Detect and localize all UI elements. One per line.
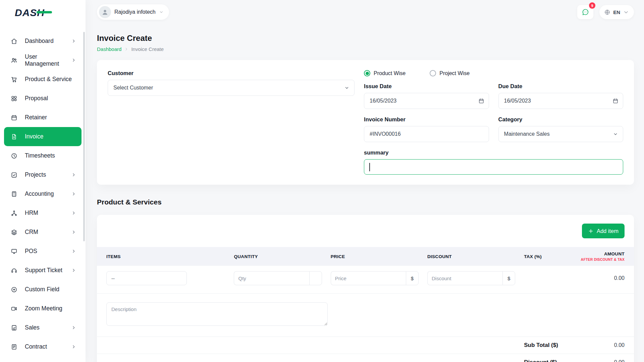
items-table-header: ITEMS QUANTITY PRICE DISCOUNT TAX (%) AM… <box>97 247 634 266</box>
sidebar: DASH Dashboard User Management Product &… <box>0 0 86 362</box>
subtotal-row: Sub Total ($) 0.00 <box>97 337 634 354</box>
company-selector[interactable]: Rajodiya infotech <box>97 4 169 20</box>
discount-total-row: Discount ($) 0.00 <box>97 354 634 362</box>
check-square-icon <box>11 172 17 178</box>
sidebar-item-label: Zoom Meeting <box>25 305 62 312</box>
sidebar-item-label: Dashboard <box>25 38 54 45</box>
radio-product-wise[interactable]: Product Wise <box>364 70 406 76</box>
sidebar-item-sales[interactable]: Sales <box>4 318 82 337</box>
chevron-right-icon <box>71 249 76 254</box>
chevron-right-icon <box>71 210 76 216</box>
subtotal-value: 0.00 <box>574 342 625 348</box>
discount-input[interactable] <box>427 271 502 285</box>
sidebar-item-label: Retainer <box>25 114 47 121</box>
invoice-number-input[interactable] <box>364 126 489 142</box>
customer-column: Customer Select Customer <box>108 70 355 175</box>
issue-date-input[interactable] <box>364 93 489 109</box>
sidebar-item-messenger[interactable]: Messenger <box>4 356 82 362</box>
sidebar-item-custom-field[interactable]: Custom Field <box>4 280 82 299</box>
file-invoice-icon <box>11 133 17 140</box>
quantity-group <box>234 271 322 285</box>
sidebar-item-user-management[interactable]: User Management <box>4 51 82 70</box>
issue-date-field: Issue Date <box>364 83 489 109</box>
brand-logo[interactable]: DASH <box>15 7 45 18</box>
breadcrumb-current: Invoice Create <box>131 46 164 52</box>
brand-logo-dash-accent <box>37 11 52 13</box>
hub-icon <box>11 210 17 217</box>
sidebar-item-dashboard[interactable]: Dashboard <box>4 32 82 51</box>
quantity-input[interactable] <box>234 271 309 285</box>
sidebar-item-crm[interactable]: CRM <box>4 223 82 242</box>
sidebar-item-accounting[interactable]: Accounting <box>4 184 82 203</box>
sidebar-item-label: Support Ticket <box>25 267 62 274</box>
layers-icon <box>11 229 17 236</box>
sidebar-item-support-ticket[interactable]: Support Ticket <box>4 261 82 280</box>
topbar-right: 9 EN <box>577 5 634 19</box>
description-input[interactable] <box>106 302 328 326</box>
headset-icon <box>11 267 17 274</box>
logo-row: DASH <box>0 0 86 25</box>
discount-currency-addon: $ <box>502 271 515 285</box>
cart-icon <box>11 76 17 83</box>
sidebar-item-pos[interactable]: POS <box>4 242 82 261</box>
notification-badge: 9 <box>589 2 595 9</box>
subtotal-label: Sub Total ($) <box>524 342 574 349</box>
sidebar-item-label: Contract <box>25 343 47 350</box>
add-item-button[interactable]: Add item <box>582 224 625 238</box>
sidebar-item-timesheets[interactable]: Timesheets <box>4 146 82 165</box>
customer-select[interactable]: Select Customer <box>108 80 355 96</box>
radio-project-wise[interactable]: Project Wise <box>430 70 470 76</box>
calendar-icon <box>478 98 484 104</box>
sidebar-item-label: CRM <box>25 229 38 236</box>
chevron-right-icon <box>71 58 76 63</box>
chevron-right-icon <box>71 191 76 196</box>
sidebar-item-zoom-meeting[interactable]: Zoom Meeting <box>4 299 82 318</box>
col-discount-header: DISCOUNT <box>427 254 524 259</box>
price-input[interactable] <box>331 271 406 285</box>
sidebar-item-proposal[interactable]: Proposal <box>4 89 82 108</box>
sidebar-scrollbar[interactable] <box>83 32 85 241</box>
radio-selected-icon <box>364 70 370 76</box>
invoice-details-column: Product Wise Project Wise Issue Date <box>364 70 623 175</box>
chevron-right-icon <box>71 344 76 349</box>
sidebar-item-label: User Management <box>25 53 64 67</box>
company-name: Rajodiya infotech <box>114 9 156 15</box>
sidebar-item-hrm[interactable]: HRM <box>4 203 82 223</box>
col-price-header: PRICE <box>331 254 427 259</box>
sidebar-item-invoice[interactable]: Invoice <box>4 127 82 146</box>
text-caret <box>369 163 370 171</box>
sidebar-item-product-service[interactable]: Product & Service <box>4 70 82 89</box>
price-group: $ <box>331 271 419 285</box>
language-code: EN <box>613 9 620 15</box>
chevron-right-icon <box>71 172 76 177</box>
users-icon <box>11 57 17 64</box>
sidebar-item-retainer[interactable]: Retainer <box>4 108 82 127</box>
sidebar-item-label: POS <box>25 248 37 255</box>
category-select[interactable]: Maintenance Sales <box>498 126 623 142</box>
sidebar-item-label: Accounting <box>25 190 54 197</box>
messages-button[interactable]: 9 <box>577 5 593 19</box>
chevron-down-icon <box>159 10 164 14</box>
doc-lines-icon <box>11 344 17 350</box>
topbar: Rajodiya infotech 9 EN <box>86 0 644 24</box>
due-date-input[interactable] <box>498 93 623 109</box>
sidebar-item-label: HRM <box>25 209 38 217</box>
radio-unselected-icon <box>430 70 436 76</box>
item-amount: 0.00 <box>574 275 625 281</box>
sidebar-item-projects[interactable]: Projects <box>4 165 82 184</box>
customer-select-value: Select Customer <box>113 85 153 91</box>
amount-subnote: AFTER DISCOUNT & TAX <box>574 257 625 261</box>
description-row <box>97 293 634 337</box>
language-selector[interactable]: EN <box>599 5 634 19</box>
col-amount-header: AMOUNT AFTER DISCOUNT & TAX <box>574 251 625 261</box>
breadcrumb-dashboard-link[interactable]: Dashboard <box>97 46 121 52</box>
sidebar-item-label: Proposal <box>25 95 48 102</box>
sidebar-item-contract[interactable]: Contract <box>4 337 82 356</box>
item-select[interactable]: -- <box>106 271 187 285</box>
items-card: Add item ITEMS QUANTITY PRICE DISCOUNT T… <box>97 215 634 362</box>
invoice-fields-grid: Issue Date Due Date <box>364 83 623 142</box>
summary-input[interactable] <box>364 159 623 175</box>
plus-icon <box>588 228 594 234</box>
app-root: DASH Dashboard User Management Product &… <box>0 0 644 362</box>
products-section-title: Product & Services <box>97 198 634 206</box>
